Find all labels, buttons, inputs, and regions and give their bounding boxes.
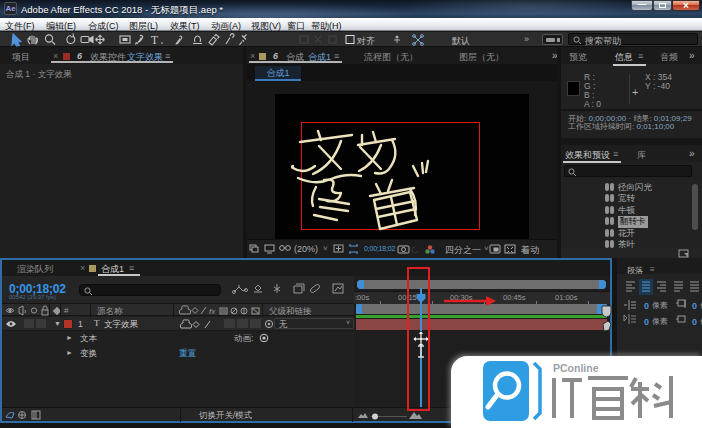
svg-text:0: 0	[644, 317, 649, 327]
svg-text:T: T	[151, 34, 158, 46]
svg-text:像素: 像素	[652, 301, 668, 310]
svg-text:fx: fx	[209, 307, 216, 316]
svg-text:像素: 像素	[652, 317, 668, 326]
svg-text:0: 0	[644, 301, 649, 311]
svg-text:0: 0	[692, 301, 697, 311]
svg-text:0: 0	[692, 317, 697, 327]
